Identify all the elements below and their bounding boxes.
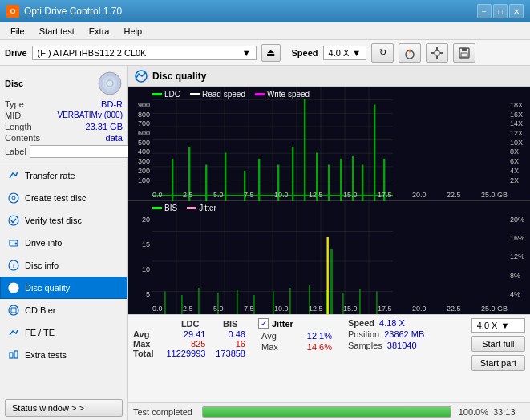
burn-button[interactable] <box>399 43 421 63</box>
sidebar-item-verify-test-disc[interactable]: Verify test disc <box>0 209 127 232</box>
y-label-600: 600 <box>138 129 150 137</box>
jitter-checkbox[interactable]: ✓ <box>258 318 269 329</box>
svg-rect-55 <box>352 156 354 207</box>
y-label-700: 700 <box>138 119 150 127</box>
position-val: 23862 MB <box>384 329 424 339</box>
y-right-16pct: 16% <box>510 234 524 242</box>
y-label-200: 200 <box>138 167 150 175</box>
svg-rect-2 <box>436 47 438 50</box>
close-button[interactable]: ✕ <box>509 4 524 18</box>
total-label: Total <box>133 349 165 358</box>
drive-select[interactable]: (F:) ATAPI iHBS112 2 CL0K ▼ <box>32 46 257 60</box>
sidebar-item-disc-quality[interactable]: Disc quality <box>0 277 127 299</box>
x-bot-15: 15.0 <box>343 305 358 313</box>
contents-label: Contents <box>5 133 40 143</box>
x-bot-17.5: 17.5 <box>378 305 392 313</box>
label-input[interactable] <box>30 145 136 158</box>
menu-file[interactable]: File <box>3 24 32 38</box>
status-window-button[interactable]: Status window > > <box>5 399 123 417</box>
settings-button[interactable] <box>426 43 448 63</box>
speed-dropdown[interactable]: 4.0 X ▼ <box>471 318 525 333</box>
y-right-4pct: 4% <box>510 290 520 298</box>
x-top-15: 15.0 <box>343 191 358 199</box>
disc-quality-header-icon <box>135 70 148 83</box>
menu-start-test[interactable]: Start test <box>32 24 82 38</box>
disc-title: Disc <box>5 79 23 88</box>
titlebar: O Opti Drive Control 1.70 − □ ✕ <box>0 0 530 22</box>
minimize-button[interactable]: − <box>477 4 492 18</box>
speed-select[interactable]: 4.0 X ▼ <box>323 46 367 60</box>
x-bot-10: 10.0 <box>274 305 289 313</box>
sidebar-label-extra-tests: Extra tests <box>25 350 67 360</box>
start-full-button[interactable]: Start full <box>471 336 525 352</box>
y-bottom-5: 5 <box>146 290 150 298</box>
drive-info-icon <box>7 236 20 249</box>
jitter-values: Avg 12.1% Max 14.6% <box>258 331 332 352</box>
mid-label: MID <box>5 111 21 120</box>
y-bottom-20: 20 <box>142 216 150 224</box>
legend-write-speed-label: Write speed <box>267 90 310 99</box>
y-right-12x: 12X <box>510 129 523 137</box>
legend-write-speed: Write speed <box>255 90 310 99</box>
x-top-17.5: 17.5 <box>378 191 392 199</box>
eject-button[interactable]: ⏏ <box>261 44 281 62</box>
y-right-20pct: 20% <box>510 216 524 224</box>
progress-area: Test completed 100.0% 33:13 <box>128 402 530 420</box>
y-label-400: 400 <box>138 147 150 155</box>
svg-rect-3 <box>436 56 438 59</box>
svg-point-17 <box>15 243 18 245</box>
start-part-button[interactable]: Start part <box>471 355 525 371</box>
svg-rect-24 <box>14 351 18 358</box>
sidebar-item-transfer-rate[interactable]: Transfer rate <box>0 164 127 187</box>
legend-bis: BIS <box>152 204 177 212</box>
sidebar-label-drive-info: Drive info <box>25 238 62 248</box>
sidebar-item-cd-bler[interactable]: CD Bler <box>0 299 127 321</box>
x-bot-5: 5.0 <box>213 305 224 313</box>
jitter-section: ✓ Jitter Avg 12.1% Max 14.6% <box>252 318 332 352</box>
y-right-8pct: 8% <box>510 272 520 280</box>
maximize-button[interactable]: □ <box>493 4 508 18</box>
stats-total-row: Total 11229993 173858 <box>133 349 245 358</box>
svg-rect-52 <box>316 153 318 208</box>
x-top-10: 10.0 <box>274 191 289 199</box>
sidebar-item-fe-te[interactable]: FE / TE <box>0 321 127 344</box>
max-label: Max <box>133 339 165 349</box>
chart-bottom-y-left: 20 15 10 5 <box>128 216 152 299</box>
svg-rect-86 <box>327 237 329 315</box>
legend-ldc-label: LDC <box>164 90 180 99</box>
svg-rect-8 <box>461 53 467 57</box>
svg-point-21 <box>9 305 18 315</box>
drive-value: (F:) ATAPI iHBS112 2 CL0K <box>38 48 147 58</box>
speed-arrow: ▼ <box>352 48 361 58</box>
main-area: Disc Type BD-R MID VERBATIMv (000) Lengt… <box>0 66 530 420</box>
svg-rect-7 <box>462 48 467 51</box>
legend-bis-label: BIS <box>164 204 177 212</box>
x-bot-12.5: 12.5 <box>309 305 323 313</box>
x-bot-22.5: 22.5 <box>447 305 461 313</box>
menu-help[interactable]: Help <box>116 24 149 38</box>
disc-contents-row: Contents data <box>5 133 123 143</box>
jitter-label: Jitter <box>272 319 293 329</box>
chart-top-y-left: 900 800 700 600 500 400 300 200 100 <box>128 101 152 184</box>
max-bis: 16 <box>215 339 245 349</box>
sidebar-label-disc-quality: Disc quality <box>25 283 70 293</box>
sidebar-item-drive-info[interactable]: Drive info <box>0 232 127 254</box>
window-controls: − □ ✕ <box>477 4 524 18</box>
x-top-2.5: 2.5 <box>183 191 193 199</box>
sidebar-label-fe-te: FE / TE <box>25 328 55 337</box>
sidebar-item-create-test-disc[interactable]: Create test disc <box>0 187 127 209</box>
disc-quality-header: Disc quality <box>128 66 530 87</box>
app-icon: O <box>6 5 19 18</box>
refresh-button[interactable]: ↻ <box>371 43 394 63</box>
save-button[interactable] <box>453 43 475 63</box>
progress-bar-fill <box>203 407 451 417</box>
y-label-300: 300 <box>138 157 150 165</box>
avg-ldc: 29.41 <box>165 329 215 339</box>
x-top-22.5: 22.5 <box>447 191 461 199</box>
menu-extra[interactable]: Extra <box>82 24 117 38</box>
y-right-18x: 18X <box>510 101 523 109</box>
sidebar-item-extra-tests[interactable]: Extra tests <box>0 344 127 366</box>
sidebar-item-disc-info[interactable]: i Disc info <box>0 254 127 277</box>
create-test-disc-icon <box>7 192 20 204</box>
bis-color <box>152 207 162 209</box>
